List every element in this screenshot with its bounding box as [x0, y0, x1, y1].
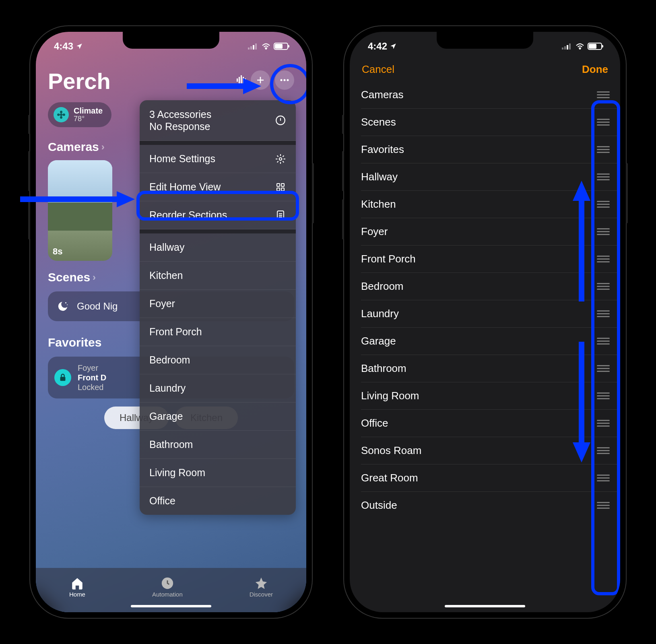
menu-item-room[interactable]: Hallway [140, 233, 296, 262]
status-line1: 3 Accessories [149, 108, 211, 120]
menu-label: Front Porch [149, 326, 202, 338]
location-icon [76, 43, 83, 50]
clock-icon [161, 576, 174, 590]
svg-rect-17 [277, 188, 280, 191]
svg-point-14 [279, 157, 282, 160]
menu-item-room[interactable]: Foyer [140, 290, 296, 318]
home-icon [70, 576, 84, 590]
svg-rect-16 [281, 184, 284, 186]
menu-item-room[interactable]: Office [140, 487, 296, 515]
iphone-right: 4:42 Cancel Done Cameras Scenes [344, 26, 626, 618]
svg-point-8 [60, 114, 62, 116]
svg-rect-11 [60, 377, 66, 381]
section-label: Favorites [48, 336, 101, 349]
row-label: Outside [361, 499, 397, 512]
row-label: Foyer [361, 225, 388, 238]
moon-icon [55, 299, 70, 314]
climate-temp: 78° [74, 115, 103, 123]
tab-label: Home [69, 591, 85, 598]
scene-name: Good Nig [77, 301, 118, 312]
menu-label: Living Room [149, 467, 205, 479]
menu-item-home-settings[interactable]: Home Settings [140, 145, 296, 173]
nav-bar: Cancel Done [350, 56, 620, 81]
svg-marker-23 [117, 191, 135, 207]
annotation-arrow [185, 76, 261, 96]
annotation-arrow [18, 189, 135, 209]
battery-icon [588, 43, 602, 50]
menu-item-room[interactable]: Bedroom [140, 346, 296, 374]
list-item[interactable]: Favorites [361, 136, 620, 163]
section-label: Scenes [48, 270, 90, 284]
tab-automation[interactable]: Automation [152, 576, 183, 598]
menu-label: Hallway [149, 242, 185, 253]
svg-rect-0 [248, 47, 250, 50]
iphone-left: 4:43 Perch [30, 26, 312, 618]
menu-item-room[interactable]: Living Room [140, 459, 296, 487]
section-label: Cameras [48, 140, 99, 154]
power-button [312, 163, 314, 223]
row-label: Garage [361, 335, 396, 347]
fan-icon [54, 107, 69, 122]
svg-rect-3 [255, 43, 257, 50]
done-button[interactable]: Done [582, 63, 608, 76]
lock-icon [54, 369, 71, 386]
annotation-rectangle [136, 191, 299, 221]
drag-handle-icon[interactable] [597, 91, 610, 98]
climate-label: Climate [74, 106, 103, 115]
alert-icon [275, 115, 286, 126]
row-label: Scenes [361, 116, 396, 128]
location-icon [390, 43, 397, 50]
row-label: Great Room [361, 472, 418, 484]
list-item[interactable]: Outside [361, 492, 620, 519]
power-button [626, 163, 628, 223]
menu-label: Laundry [149, 382, 186, 394]
svg-rect-1 [250, 46, 252, 50]
list-item[interactable]: Scenes [361, 109, 620, 136]
row-label: Sonos Roam [361, 444, 421, 457]
svg-rect-26 [567, 45, 568, 50]
svg-point-4 [265, 48, 266, 49]
tab-label: Discover [250, 591, 273, 598]
row-label: Living Room [361, 390, 419, 402]
climate-pill[interactable]: Climate 78° [48, 102, 111, 127]
home-header: Perch [36, 56, 306, 97]
notch [437, 32, 533, 49]
svg-point-10 [67, 304, 68, 305]
menu-label: Foyer [149, 298, 175, 310]
menu-item-room[interactable]: Kitchen [140, 262, 296, 290]
volume-button [342, 199, 344, 239]
menu-item-room[interactable]: Laundry [140, 374, 296, 402]
row-label: Office [361, 417, 388, 429]
signal-icon [248, 43, 258, 50]
status-time: 4:42 [368, 41, 387, 52]
menu-label: Office [149, 495, 175, 507]
svg-rect-18 [281, 188, 284, 191]
list-item[interactable]: Cameras [361, 81, 620, 109]
menu-item-room[interactable]: Front Porch [140, 318, 296, 346]
menu-item-room[interactable]: Bathroom [140, 431, 296, 459]
star-icon [254, 576, 268, 590]
home-indicator[interactable] [131, 605, 211, 607]
svg-point-9 [65, 302, 66, 303]
tab-home[interactable]: Home [69, 576, 85, 598]
row-label: Favorites [361, 143, 404, 156]
tab-discover[interactable]: Discover [250, 576, 273, 598]
row-label: Bedroom [361, 280, 404, 293]
wifi-icon [576, 43, 584, 50]
cancel-button[interactable]: Cancel [362, 63, 394, 76]
annotation-double-arrow [571, 181, 592, 462]
list-item[interactable]: Great Room [361, 464, 620, 492]
svg-rect-15 [277, 184, 280, 186]
menu-item-room[interactable]: Garage [140, 402, 296, 431]
gear-icon [275, 153, 286, 165]
home-indicator[interactable] [445, 605, 525, 607]
menu-item-status[interactable]: 3 Accessories No Response [140, 100, 296, 141]
volume-button [28, 151, 30, 191]
favorite-name: Front D [78, 373, 106, 382]
chevron-right-icon: › [101, 141, 105, 153]
camera-tile[interactable]: 8s [48, 160, 112, 261]
home-title: Perch [48, 68, 111, 94]
status-line2: No Response [149, 120, 211, 132]
row-label: Cameras [361, 89, 403, 101]
annotation-rectangle [591, 100, 620, 595]
